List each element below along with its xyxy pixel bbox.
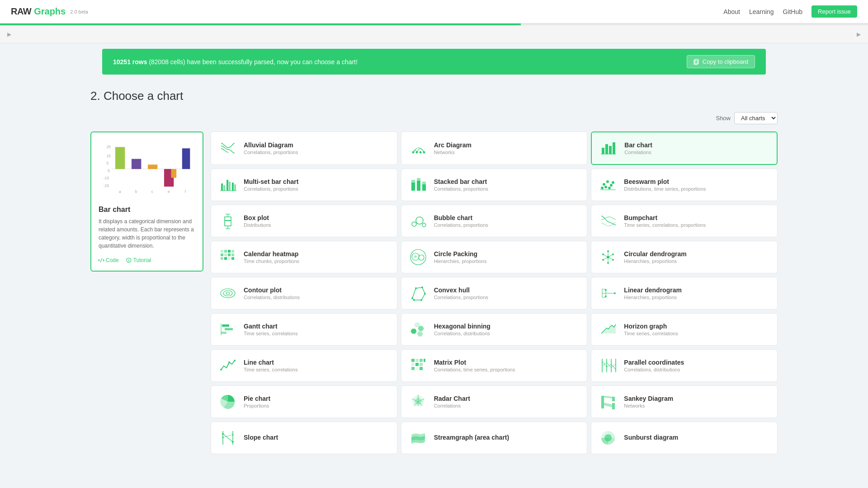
chart-category: Time series, correlations bbox=[244, 367, 390, 372]
chart-info: Hexagonal binningCorrelations, distribut… bbox=[434, 323, 580, 336]
svg-rect-54 bbox=[225, 217, 231, 226]
section-title: 2. Choose a chart bbox=[90, 89, 778, 103]
alluvial-icon bbox=[218, 139, 237, 158]
chart-card-multibar[interactable]: Multi-set bar chartCorrelations, proport… bbox=[211, 169, 397, 201]
svg-rect-123 bbox=[415, 367, 419, 370]
tutorial-icon bbox=[126, 258, 132, 263]
chart-card-matrix[interactable]: Matrix PlotCorrelations, time series, pr… bbox=[401, 349, 588, 382]
chart-card-slope[interactable]: Slope chart bbox=[211, 422, 397, 454]
chart-card-stream[interactable]: Streamgraph (area chart) bbox=[401, 422, 588, 454]
chart-info: Arc DiagramNetworks bbox=[434, 141, 580, 155]
svg-rect-119 bbox=[411, 363, 415, 366]
svg-rect-64 bbox=[224, 250, 227, 253]
chart-card-parallel[interactable]: Parallel coordinatesCorrelations, distri… bbox=[591, 349, 778, 382]
svg-rect-122 bbox=[411, 367, 415, 370]
svg-text:-20: -20 bbox=[104, 183, 109, 188]
svg-rect-69 bbox=[228, 253, 231, 256]
code-link[interactable]: Code bbox=[99, 257, 119, 263]
svg-rect-29 bbox=[605, 144, 608, 154]
svg-rect-36 bbox=[229, 182, 231, 191]
tutorial-link[interactable]: Tutorial bbox=[126, 257, 151, 263]
chart-card-sankey[interactable]: Sankey DiagramNetworks bbox=[591, 385, 778, 418]
chart-card-circulardendrogram[interactable]: Circular dendrogramHierarchies, proporti… bbox=[591, 241, 778, 273]
slope-icon bbox=[218, 428, 237, 447]
chart-card-line[interactable]: Line chartTime series, correlations bbox=[211, 349, 397, 382]
nav-about[interactable]: About bbox=[723, 8, 740, 15]
chart-card-hexbin[interactable]: Hexagonal binningCorrelations, distribut… bbox=[401, 313, 588, 346]
sunburst-icon bbox=[599, 428, 618, 447]
chart-name: Gantt chart bbox=[244, 323, 390, 330]
svg-rect-72 bbox=[224, 257, 227, 260]
chart-info: Contour plotCorrelations, distributions bbox=[244, 286, 390, 300]
chart-card-contour[interactable]: Contour plotCorrelations, distributions bbox=[211, 277, 397, 310]
chart-card-alluvial[interactable]: Alluvial DiagramCorrelations, proportion… bbox=[211, 131, 397, 165]
svg-point-90 bbox=[415, 287, 417, 289]
show-filter: Show All charts bbox=[90, 112, 778, 124]
clipboard-icon bbox=[693, 59, 700, 65]
chart-name: Contour plot bbox=[244, 286, 390, 294]
show-select[interactable]: All charts bbox=[734, 112, 778, 124]
svg-rect-104 bbox=[222, 324, 229, 327]
chart-card-horizon[interactable]: Horizon graphTime series, correlations bbox=[591, 313, 778, 346]
chart-info: Alluvial DiagramCorrelations, proportion… bbox=[244, 141, 390, 155]
svg-rect-115 bbox=[411, 359, 415, 362]
svg-text:25: 25 bbox=[107, 145, 111, 149]
chart-card-arc[interactable]: Arc DiagramNetworks bbox=[401, 131, 588, 165]
pie-icon bbox=[218, 392, 237, 411]
chart-card-lineardendrogram[interactable]: Linear dendrogramHierarchies, proportion… bbox=[591, 277, 778, 310]
data-scroll-area: ▶ ▶ bbox=[0, 25, 868, 43]
chart-name: Parallel coordinates bbox=[624, 359, 770, 366]
arc-icon bbox=[409, 139, 428, 158]
svg-point-49 bbox=[604, 186, 607, 188]
svg-marker-110 bbox=[411, 329, 416, 333]
chart-info: Box plotDistributions bbox=[244, 214, 390, 228]
nav-github[interactable]: GitHub bbox=[783, 8, 802, 15]
svg-point-78 bbox=[414, 255, 417, 258]
chart-card-pie[interactable]: Pie chartProportions bbox=[211, 385, 397, 418]
svg-rect-45 bbox=[422, 182, 426, 184]
svg-rect-41 bbox=[411, 180, 415, 183]
success-text: 10251 rows (82008 cells) have been succe… bbox=[113, 58, 358, 66]
svg-rect-118 bbox=[424, 359, 425, 362]
logo-raw: RAW bbox=[11, 6, 31, 17]
chart-name: Bumpchart bbox=[624, 214, 770, 221]
svg-rect-33 bbox=[221, 183, 223, 191]
svg-rect-138 bbox=[612, 403, 615, 409]
chart-card-beeswarm[interactable]: Beeswarm plotDistributions, time series,… bbox=[591, 169, 778, 201]
chart-card-sunburst[interactable]: Sunburst diagram bbox=[591, 422, 778, 454]
chart-card-gantt[interactable]: Gantt chartTime series, correlations bbox=[211, 313, 397, 346]
nav-learning[interactable]: Learning bbox=[749, 8, 774, 15]
svg-point-62 bbox=[422, 223, 426, 227]
chart-card-bubble[interactable]: Bubble chartCorrelations, proportions bbox=[401, 205, 588, 237]
copy-clipboard-button[interactable]: Copy to clipboard bbox=[687, 55, 755, 68]
chart-card-calendar[interactable]: Calendar heatmapTime chunks, proportions bbox=[211, 241, 397, 273]
chart-card-circlepack[interactable]: Circle PackingHierarchies, proportions bbox=[401, 241, 588, 273]
chart-card-convex[interactable]: Convex hullCorrelations, proportions bbox=[401, 277, 588, 310]
chart-info: Bar chartCorrelations bbox=[624, 141, 769, 155]
scroll-right-arrow[interactable]: ▶ bbox=[857, 31, 861, 38]
chart-card-bar[interactable]: Bar chartCorrelations bbox=[591, 131, 778, 165]
svg-rect-68 bbox=[224, 253, 227, 256]
chart-card-bump[interactable]: BumpchartTime series, correlations, prop… bbox=[591, 205, 778, 237]
svg-rect-1 bbox=[694, 60, 698, 65]
svg-point-91 bbox=[421, 286, 423, 288]
svg-marker-89 bbox=[412, 287, 425, 300]
chart-category: Distributions bbox=[244, 222, 390, 228]
chart-info: Pie chartProportions bbox=[244, 395, 390, 408]
svg-text:5: 5 bbox=[107, 161, 109, 165]
stackedbar-icon bbox=[409, 175, 428, 194]
chart-category: Correlations bbox=[434, 403, 580, 408]
chart-card-radar[interactable]: Radar ChartCorrelations bbox=[401, 385, 588, 418]
header-nav: About Learning GitHub Report issue bbox=[723, 5, 857, 18]
svg-rect-65 bbox=[228, 250, 231, 253]
svg-rect-106 bbox=[221, 332, 226, 334]
chart-info: BumpchartTime series, correlations, prop… bbox=[624, 214, 770, 228]
preview-chart-svg: 25 15 5 -5 -15 -20 bbox=[99, 140, 195, 198]
stream-icon bbox=[409, 428, 428, 447]
svg-rect-34 bbox=[223, 185, 225, 191]
chart-name: Convex hull bbox=[434, 286, 580, 294]
chart-card-boxplot[interactable]: Box plotDistributions bbox=[211, 205, 397, 237]
report-issue-button[interactable]: Report issue bbox=[811, 5, 857, 18]
svg-text:c: c bbox=[151, 190, 154, 194]
chart-card-stackedbar[interactable]: Stacked bar chartCorrelations, proportio… bbox=[401, 169, 588, 201]
